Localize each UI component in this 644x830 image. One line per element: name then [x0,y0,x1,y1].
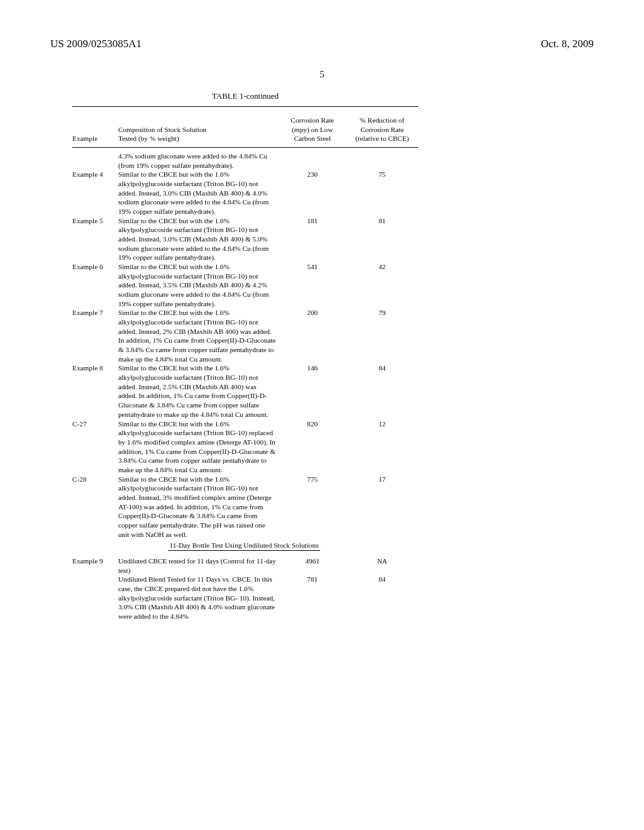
table-header-row: Example Composition of Stock SolutionTes… [72,112,418,148]
col-example: Example [72,112,118,148]
cell-reduction: 84 [348,363,418,419]
table-row: Example 8 Similar to the CBCE but with t… [72,363,418,419]
pub-date: Oct. 8, 2009 [541,38,594,50]
col-composition: Composition of Stock SolutionTested (by … [118,112,279,148]
table-row: C-27 Similar to the CBCE but with the 1.… [72,419,418,475]
page-header: US 2009/0253085A1 Oct. 8, 2009 [0,0,644,50]
cell-composition: Similar to the CBCE but with the 1.6% al… [118,170,279,216]
cell-composition: Similar to the CBCE but with the 1.6% al… [118,216,279,262]
cell-example: Example 5 [72,216,118,262]
cell-composition: Similar to the CBCE but with the 1.6% al… [118,475,279,540]
cell-reduction: 17 [348,475,418,540]
table-caption: TABLE 1-continued [72,91,418,101]
col-corrosion-rate: Corrosion Rate(mpy) on LowCarbon Steel [279,112,348,148]
cell-example: Example 9 [72,556,118,575]
cell-rate: 541 [279,262,348,308]
cell-example: Example 6 [72,262,118,308]
cell-reduction: 79 [348,308,418,363]
col-pct-reduction: % Reduction ofCorrosion Rate(relative to… [348,112,418,148]
cell-rate: 146 [279,363,348,419]
cell-composition: Undiluted Blend Tested for 11 Days vs. C… [118,575,279,621]
table-row: C-28 Similar to the CBCE but with the 1.… [72,475,418,540]
cell-composition: 4.3% sodium gluconate were added to the … [118,152,279,170]
cell-composition: Similar to the CBCE but with the 1.6% al… [118,363,279,419]
cell-reduction: 12 [348,419,418,475]
cell-rate: 200 [279,308,348,363]
cell-composition: Similar to the CBCE but with the 1.6% al… [118,262,279,308]
table-1-continued: TABLE 1-continued Example Composition of… [72,91,418,621]
cell-rate: 4961 [279,556,348,575]
cell-composition: Similar to the CBCE but with the 1.6% al… [118,308,279,363]
cell-rate: 820 [279,419,348,475]
table-row: Example 7 Similar to the CBCE but with t… [72,308,418,363]
cell-example: C-27 [72,419,118,475]
table-row: Example 4 Similar to the CBCE but with t… [72,170,418,216]
pub-number: US 2009/0253085A1 [50,38,142,50]
cell-example: C-28 [72,475,118,540]
table-row: Example 6 Similar to the CBCE but with t… [72,262,418,308]
table-row: 4.3% sodium gluconate were added to the … [72,152,418,170]
cell-rate: 230 [279,170,348,216]
cell-reduction: 75 [348,170,418,216]
cell-rate: 781 [279,575,348,621]
cell-reduction: 84 [348,575,418,621]
cell-example: Example 8 [72,363,118,419]
cell-reduction: NA [348,556,418,575]
table-row: Example 9 Undiluted CBCE tested for 11 d… [72,556,418,575]
cell-reduction: 42 [348,262,418,308]
cell-example: Example 4 [72,170,118,216]
cell-rate: 181 [279,216,348,262]
table-row: Example 5 Similar to the CBCE but with t… [72,216,418,262]
cell-composition: Undiluted CBCE tested for 11 days (Contr… [118,556,279,575]
cell-rate: 775 [279,475,348,540]
page-number: 5 [0,69,644,80]
cell-example: Example 7 [72,308,118,363]
cell-composition: Similar to the CBCE but with the 1.6% al… [118,419,279,475]
data-table: Example Composition of Stock SolutionTes… [72,106,418,621]
cell-reduction: 81 [348,216,418,262]
table-section-header: 11-Day Bottle Test Using Undiluted Stock… [72,539,418,553]
table-row: Undiluted Blend Tested for 11 Days vs. C… [72,575,418,621]
